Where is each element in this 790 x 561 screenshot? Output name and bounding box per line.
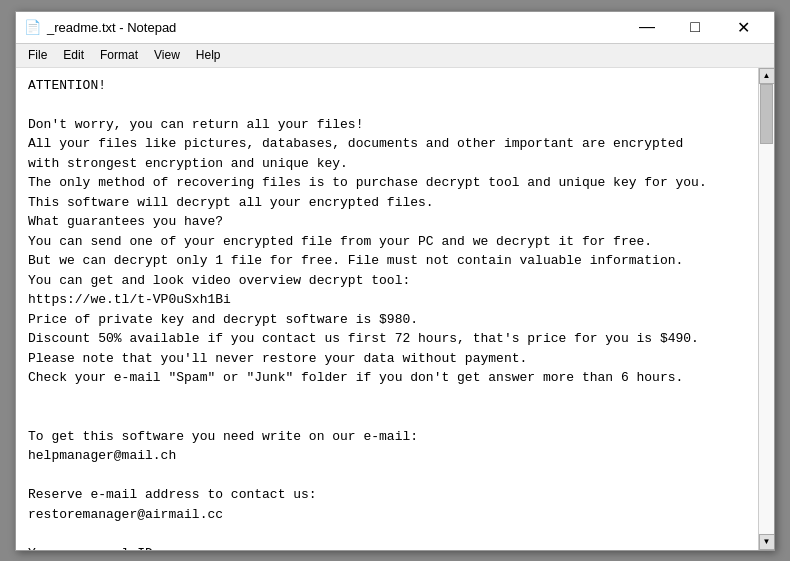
window-title: _readme.txt - Notepad (47, 20, 176, 35)
scrollbar[interactable]: ▲ ▼ (758, 68, 774, 550)
title-controls: — □ ✕ (624, 15, 766, 39)
minimize-button[interactable]: — (624, 15, 670, 39)
menu-file[interactable]: File (20, 46, 55, 65)
app-icon: 📄 (24, 19, 41, 35)
maximize-button[interactable]: □ (672, 15, 718, 39)
menu-view[interactable]: View (146, 46, 188, 65)
menu-bar: File Edit Format View Help (16, 44, 774, 68)
close-button[interactable]: ✕ (720, 15, 766, 39)
notepad-window: 📄 _readme.txt - Notepad — □ ✕ File Edit … (15, 11, 775, 551)
menu-help[interactable]: Help (188, 46, 229, 65)
menu-edit[interactable]: Edit (55, 46, 92, 65)
menu-format[interactable]: Format (92, 46, 146, 65)
scrollbar-up-button[interactable]: ▲ (759, 68, 775, 84)
scrollbar-track[interactable] (759, 84, 774, 534)
title-bar-left: 📄 _readme.txt - Notepad (24, 19, 176, 35)
text-wrapper: ATTENTION! Don't worry, you can return a… (16, 68, 758, 550)
text-content[interactable]: ATTENTION! Don't worry, you can return a… (16, 68, 758, 550)
content-area: ATTENTION! Don't worry, you can return a… (16, 68, 774, 550)
scrollbar-thumb[interactable] (760, 84, 773, 144)
title-bar: 📄 _readme.txt - Notepad — □ ✕ (16, 12, 774, 44)
scrollbar-down-button[interactable]: ▼ (759, 534, 775, 550)
